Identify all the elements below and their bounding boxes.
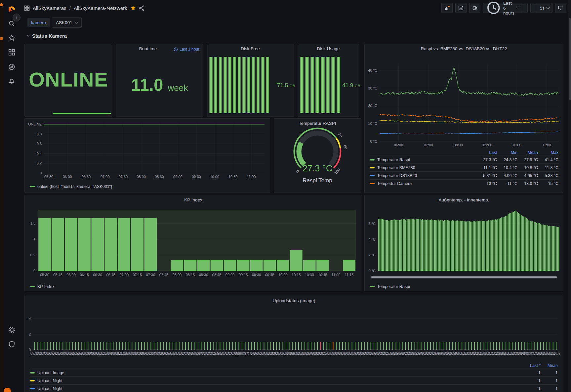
gauge-stripe [326,57,330,113]
kp-chart-plot: 1.510.501.6705:301.6705:451.6706:001.670… [25,195,362,291]
legend-series-label[interactable]: Temperatur Raspi [377,284,410,289]
save-dashboard-button[interactable] [455,3,467,13]
compass-icon[interactable] [8,63,16,71]
row-title: Status Kamera [32,33,67,39]
variables-row: kamera ASK001 [27,18,82,28]
legend-series-label[interactable]: Temperatur DS18B20 [370,173,476,178]
online-chart-legend[interactable]: online {host="host1", kamera="ASK001"} [30,184,112,189]
boottime-value: 11.0 week [116,75,203,95]
gauge-stripe [261,57,265,113]
series-color-dash [30,380,35,381]
legend-value: 4.06 °C [497,173,517,178]
panel-raspi-temp-gauge: Temperatur RASPI 07080100 27.3 °C Raspi … [274,118,361,193]
star-icon[interactable] [8,34,16,42]
panel-online-history: ONLINE0.80.60.40.2005:3006:0006:3007:000… [24,118,270,193]
chevron-down-icon [516,6,519,9]
horizontal-scrollbar[interactable] [371,276,557,278]
gauge-stripe [266,57,269,113]
chevron-down-icon [75,20,78,23]
legend-header-cell[interactable]: Mean [541,363,558,368]
row-toggle[interactable]: Status Kamera [27,33,67,39]
time-range-button[interactable]: Last 6 hours [483,3,521,13]
page-scrollbar[interactable] [568,0,571,392]
dashboard-settings-button[interactable] [469,3,480,13]
refresh-button[interactable] [531,3,537,13]
legend-header-cell[interactable]: Mean [517,150,538,155]
breadcrumb-folder[interactable]: AllSkyKameras [33,5,66,11]
nav-sidebar [3,0,20,392]
legend-series-label[interactable]: online {host="host1", kamera="ASK001"} [37,184,112,189]
legend-header-cell[interactable]: Last * [523,363,541,368]
breadcrumb: AllSkyKameras / AllSkyKamera-Netzwerk [24,5,144,11]
series-color-dash [30,186,35,187]
kp-legend[interactable]: KP-Index [30,284,54,289]
panel-title[interactable]: Disk Free [217,46,284,51]
legend-value: 1 [541,386,558,391]
disk-free-value: 71.5 GB [277,82,295,89]
panel-title[interactable]: Boottime [130,46,166,51]
legend-value: 10.4 °C [497,165,517,170]
gear-icon[interactable] [8,326,16,334]
time-override-badge: Last 1 hour [174,47,199,52]
gauge-stripe [300,57,304,113]
scrollbar-thumb[interactable] [569,18,571,100]
add-panel-button[interactable] [441,3,453,13]
legend-value: 1 [523,386,541,391]
variable-value-dropdown[interactable]: ASK001 [52,18,82,28]
legend-series-label[interactable]: Temperatur Raspi [370,158,476,162]
apps-icon[interactable] [8,48,16,56]
breadcrumb-dashboard[interactable]: AllSkyKamera-Netzwerk [74,5,127,11]
grafana-dashboard: › AllSkyKameras / AllSkyKamera-Netzwerk [0,0,571,392]
share-icon[interactable] [139,5,144,11]
legend-series-label[interactable]: Upload: Night [30,378,523,383]
gauge-stripe [247,57,250,113]
panel-title[interactable]: Disk Usage [308,46,349,51]
breadcrumb-separator: / [69,5,71,11]
left-edge-strip [0,0,3,392]
news-bubble[interactable] [4,388,11,392]
chevron-down-icon [27,33,30,37]
chevron-down-icon [547,6,550,9]
legend-header-cell[interactable]: Max [538,150,558,155]
legend-series-label[interactable]: Upload: Image [30,371,523,375]
refresh-interval-button[interactable]: 5s [537,3,552,13]
legend-series-label[interactable]: Upload: Night [30,386,523,391]
gauge-label: Raspi Temp [274,177,361,184]
sidebar-expand-button[interactable]: › [13,14,20,21]
legend-value: 1 [541,378,558,383]
clock-icon [174,47,178,52]
grafana-logo[interactable] [8,5,16,13]
favorite-star-icon[interactable] [130,5,136,11]
panel-disk-usage: Disk Usage 41.9 GB [298,44,359,117]
kiosk-mode-button[interactable] [555,3,566,13]
variable-label: kamera [27,18,50,27]
series-color-dash [370,159,375,160]
zoom-out-button[interactable] [521,3,527,13]
legend-header-cell[interactable]: Last [476,150,497,155]
gauge-stripe [219,57,222,113]
legend-series-label[interactable]: Tempertur Camera [370,181,476,186]
legend-series-label[interactable]: KP-Index [37,284,54,289]
legend-row: Upload: Night11 [30,376,558,384]
legend-header-cell[interactable]: Min [497,150,517,155]
aussentemp-legend[interactable]: Temperatur Raspi [370,284,410,289]
legend-value: 5.31 °C [476,173,497,178]
online-chart-plot: ONLINE0.80.60.40.2005:3006:0006:3007:000… [25,119,270,193]
panel-temp-comparison: Raspi vs. BME280 vs. DS18B20 vs. DHT22 4… [364,44,563,193]
shield-icon[interactable] [8,340,16,348]
bell-icon[interactable] [8,77,16,85]
legend-row: Temperatur BME28011.1 °C10.4 °C10.8 °C11… [370,163,558,171]
gauge-stripe [224,57,227,113]
legend-series-label[interactable]: Temperatur BME280 [370,165,476,170]
gauge-stripe [252,57,255,113]
gauge-stripe [321,57,324,113]
series-color-dash [370,286,375,287]
panel-aussentemp: Außentemp. - Innentemp. 6 °C4 °C2 °C0 °C… [364,195,563,291]
legend-value: 10.8 °C [517,165,538,170]
dashboards-grid-icon [24,5,30,11]
gauge-stripe [310,57,314,113]
legend-value: 24.8 °C [497,158,517,162]
legend-row: Upload: Night11 [30,384,558,392]
legend-value: 27.3 °C [476,158,497,162]
upload-legend: Last *MeanUpload: Image11Upload: Night11… [30,362,558,392]
